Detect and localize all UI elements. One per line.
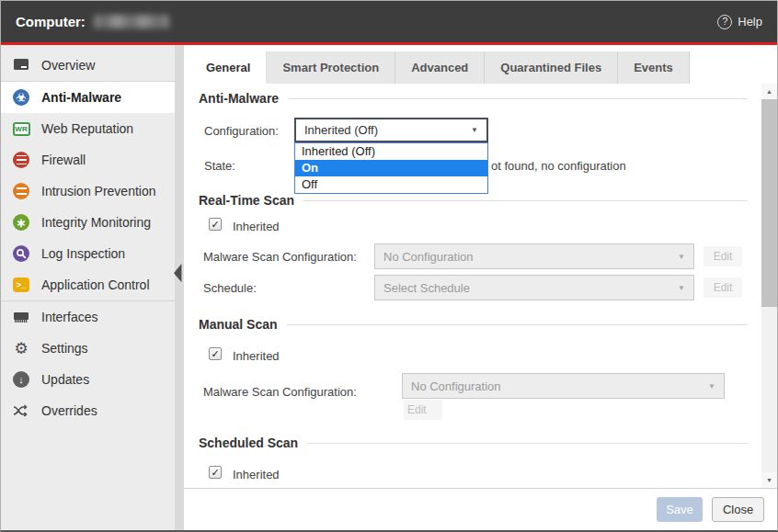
general-tab-content: Anti-Malware Configuration: Inherited (O… — [184, 84, 777, 488]
sidebar-item-label: Intrusion Prevention — [41, 184, 156, 198]
section-rule — [303, 200, 748, 201]
tab-events[interactable]: Events — [618, 51, 690, 84]
scrollbar-thumb[interactable] — [761, 99, 777, 307]
application-control-icon: >_ — [13, 277, 29, 292]
scroll-up-icon: ▲ — [766, 88, 772, 95]
manual-malware-scan-config-edit-button[interactable]: Edit — [404, 400, 442, 420]
sidebar-collapse-icon[interactable]: ◀ — [174, 259, 181, 283]
manual-inherited-checkbox[interactable]: ✓ — [209, 347, 222, 360]
rts-malware-scan-config-edit-button[interactable]: Edit — [704, 246, 742, 266]
check-icon: ✓ — [211, 468, 219, 478]
sidebar-item-updates[interactable]: ↓ Updates — [1, 364, 175, 395]
help-icon: ? — [717, 15, 732, 29]
section-real-time-scan-heading: Real-Time Scan — [199, 193, 748, 208]
tab-bar: General Smart Protection Advanced Quaran… — [184, 45, 777, 84]
sidebar-item-log-inspection[interactable]: Log Inspection — [1, 238, 175, 269]
sidebar-item-label: Log Inspection — [41, 246, 125, 261]
computer-editor-window: Computer: ? Help Overview ☣ Anti-Malware… — [0, 0, 778, 532]
manual-malware-scan-config-value: No Configuration — [411, 379, 501, 393]
chevron-down-icon: ▼ — [678, 284, 685, 292]
scheduled-inherited-label: Inherited — [233, 468, 280, 481]
section-title: Anti-Malware — [199, 91, 279, 106]
sidebar-item-overview[interactable]: Overview — [1, 50, 175, 81]
vertical-scrollbar[interactable]: ▲ ▼ — [761, 84, 777, 488]
sidebar-item-settings[interactable]: ⚙ Settings — [1, 333, 175, 364]
rts-schedule-select[interactable]: Select Schedule ▼ — [374, 275, 694, 300]
sidebar-item-interfaces[interactable]: Interfaces — [1, 301, 175, 333]
header: Computer: ? Help — [1, 1, 777, 45]
rts-malware-scan-config-value: No Configuration — [383, 250, 474, 264]
overview-icon — [12, 58, 30, 73]
rts-inherited-checkbox[interactable]: ✓ — [209, 218, 222, 231]
section-title: Scheduled Scan — [199, 436, 298, 450]
section-manual-scan-heading: Manual Scan — [199, 317, 748, 332]
body: Overview ☣ Anti-Malware WR Web Reputatio… — [1, 45, 777, 530]
tab-smart-protection[interactable]: Smart Protection — [267, 51, 395, 84]
sidebar-item-label: Application Control — [41, 277, 150, 292]
save-button[interactable]: Save — [657, 497, 703, 522]
redacted-computer-name — [94, 15, 169, 28]
section-rule — [307, 443, 748, 444]
sidebar-item-label: Interfaces — [41, 310, 97, 324]
sidebar-item-label: Integrity Monitoring — [41, 215, 151, 230]
scroll-up-button[interactable]: ▲ — [761, 84, 777, 99]
rts-malware-scan-config-label: Malware Scan Configuration: — [203, 250, 357, 264]
chevron-down-icon: ▼ — [708, 382, 715, 391]
sidebar-item-label: Firewall — [41, 153, 86, 167]
rts-schedule-value: Select Schedule — [383, 281, 470, 295]
state-label: State: — [204, 159, 235, 173]
sidebar-item-label: Overview — [41, 58, 95, 73]
sidebar-item-anti-malware[interactable]: ☣ Anti-Malware — [1, 82, 175, 113]
section-scheduled-scan-heading: Scheduled Scan — [199, 436, 748, 450]
rts-inherited-label: Inherited — [233, 220, 280, 233]
scroll-down-button[interactable]: ▼ — [761, 472, 777, 488]
rts-schedule-label: Schedule: — [203, 281, 257, 295]
sidebar-item-intrusion-prevention[interactable]: Intrusion Prevention — [1, 175, 175, 207]
manual-malware-scan-config-select[interactable]: No Configuration ▼ — [402, 373, 725, 399]
footer-bar: Save Close — [184, 488, 777, 530]
scheduled-inherited-checkbox[interactable]: ✓ — [209, 466, 222, 479]
configuration-select[interactable]: Inherited (Off) ▼ — [294, 118, 488, 142]
configuration-select-value: Inherited (Off) — [304, 123, 378, 137]
tab-quarantined-files[interactable]: Quarantined Files — [485, 51, 618, 84]
chevron-down-icon: ▼ — [471, 126, 478, 134]
anti-malware-icon: ☣ — [13, 89, 29, 106]
main-panel: General Smart Protection Advanced Quaran… — [184, 45, 777, 530]
rts-malware-scan-config-select[interactable]: No Configuration ▼ — [374, 243, 694, 269]
settings-gear-icon: ⚙ — [14, 341, 28, 357]
dropdown-option-off[interactable]: Off — [295, 176, 487, 193]
dropdown-option-inherited-off[interactable]: Inherited (Off) — [295, 143, 487, 160]
tab-advanced[interactable]: Advanced — [395, 51, 485, 84]
sidebar-item-integrity-monitoring[interactable]: ∗ Integrity Monitoring — [1, 207, 175, 238]
sidebar: Overview ☣ Anti-Malware WR Web Reputatio… — [1, 45, 175, 530]
manual-malware-scan-config-label: Malware Scan Configuration: — [203, 385, 357, 399]
integrity-monitoring-icon: ∗ — [13, 214, 29, 231]
help-button[interactable]: ? Help — [717, 15, 762, 29]
check-icon: ✓ — [211, 349, 219, 359]
sidebar-collapse-strip: ◀ — [175, 45, 184, 530]
section-anti-malware-heading: Anti-Malware — [199, 91, 748, 106]
check-icon: ✓ — [211, 220, 219, 230]
section-title: Real-Time Scan — [199, 193, 294, 208]
sidebar-item-label: Updates — [41, 372, 89, 387]
web-reputation-icon: WR — [13, 122, 30, 136]
close-button[interactable]: Close — [712, 497, 764, 522]
firewall-icon — [13, 152, 29, 168]
section-rule — [288, 98, 748, 99]
interfaces-icon — [12, 311, 30, 323]
section-rule — [287, 324, 748, 325]
sidebar-item-application-control[interactable]: >_ Application Control — [1, 269, 175, 300]
chevron-down-icon: ▼ — [678, 253, 685, 261]
rts-schedule-edit-button[interactable]: Edit — [704, 277, 742, 298]
overrides-shuffle-icon — [12, 404, 30, 417]
dropdown-option-on[interactable]: On — [295, 160, 487, 176]
window-title: Computer: — [16, 14, 86, 29]
sidebar-item-overrides[interactable]: Overrides — [1, 395, 175, 426]
state-value: ot found, no configuration — [491, 159, 626, 173]
tab-general[interactable]: General — [190, 51, 267, 84]
sidebar-item-web-reputation[interactable]: WR Web Reputation — [1, 113, 175, 144]
configuration-label: Configuration: — [204, 124, 279, 138]
help-label: Help — [738, 15, 762, 28]
manual-inherited-label: Inherited — [233, 349, 280, 363]
sidebar-item-firewall[interactable]: Firewall — [1, 144, 175, 175]
